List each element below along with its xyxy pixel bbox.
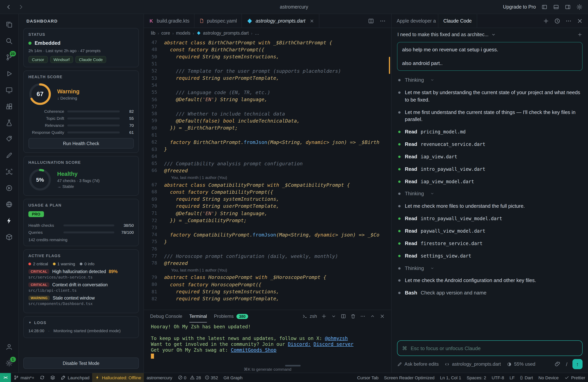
read-item[interactable]: Readrevenuecat_service.dart	[398, 141, 581, 148]
read-item[interactable]: Readfirestore_service.dart	[398, 240, 581, 247]
more-actions-icon[interactable]	[360, 314, 366, 319]
terminal-link[interactable]: @ohmyzsh	[325, 336, 348, 341]
history-icon[interactable]	[554, 18, 560, 24]
bash-item[interactable]: BashCheck app version and name	[398, 289, 581, 297]
status-utf-8[interactable]: UTF-8	[489, 373, 507, 382]
flag-item[interactable]: CRITICALHigh hallucination detected89% s…	[28, 269, 134, 279]
slash-command-icon[interactable]: /	[566, 361, 567, 367]
shell-selector[interactable]: zsh	[302, 314, 317, 319]
split-editor-icon[interactable]	[368, 18, 374, 24]
code-editor[interactable]: 47abstract class BirthChartPrompt with _…	[144, 38, 391, 310]
terminal-link[interactable]: Discord server	[314, 341, 354, 347]
conversation[interactable]: ThinkingLet me start by understanding th…	[392, 74, 588, 339]
terminal-link[interactable]: Discord:	[288, 341, 311, 347]
run-health-check-button[interactable]: Run Health Check	[28, 138, 134, 149]
status-spaces-2[interactable]: Spaces: 2	[464, 373, 489, 382]
panel-bottom-icon[interactable]	[553, 4, 559, 10]
status-sync[interactable]	[37, 373, 47, 382]
status-git-graph[interactable]: Git Graph	[221, 373, 245, 382]
status-main-[interactable]: main*+	[11, 373, 37, 382]
send-button[interactable]: ↑	[572, 359, 583, 369]
add-thread-icon[interactable]	[578, 32, 582, 37]
thread-selector[interactable]: I need to make this fixed and as archite…	[392, 28, 588, 41]
tab-apple-developer[interactable]: Apple developer a	[392, 14, 438, 28]
terminal-output[interactable]: Hooray! Oh My Zsh has been updated! To k…	[144, 322, 391, 373]
remote-indicator[interactable]: ><	[0, 373, 11, 382]
settings-gear-icon[interactable]	[576, 4, 583, 10]
kill-terminal-icon[interactable]	[350, 314, 356, 319]
flag-item[interactable]: WARNINGStale context window src/componen…	[28, 296, 134, 306]
activity-tag[interactable]	[0, 131, 19, 147]
editor-tab[interactable]: pubspec.yaml	[194, 14, 242, 28]
maximize-panel-icon[interactable]	[370, 314, 375, 319]
new-chat-icon[interactable]	[543, 18, 549, 24]
activity-files[interactable]	[0, 16, 19, 33]
problems-status[interactable]: 0 28 352	[175, 373, 221, 382]
panel-left-icon[interactable]	[541, 4, 547, 10]
thinking-item[interactable]: Thinking	[398, 77, 581, 84]
breadcrumb[interactable]: lib›core›models›astrology_prompts.dart›…	[144, 28, 391, 38]
disable-test-mode-button[interactable]: Disable Test Mode	[23, 358, 139, 369]
activity-pencil[interactable]	[0, 147, 19, 163]
more-actions-icon[interactable]	[379, 18, 386, 24]
claude-input[interactable]: ⌘ Esc to focus or unfocus Claude	[397, 340, 583, 356]
more-actions-icon[interactable]	[566, 18, 572, 24]
codelens[interactable]: You, last month | 1 author (You)	[144, 174, 391, 181]
activity-gear[interactable]: 1	[0, 355, 19, 371]
status-cursor-tab[interactable]: Cursor Tab	[355, 373, 381, 382]
activity-play-circle[interactable]	[0, 180, 19, 196]
ask-before-edits-toggle[interactable]: Ask before edits	[397, 361, 439, 367]
breadcrumb-item[interactable]: astrology_prompts.dart	[196, 31, 249, 35]
status-dart[interactable]: {}Dart	[517, 373, 536, 382]
close-panel-icon[interactable]	[379, 314, 385, 319]
panel-tab-debug-console[interactable]: Debug Console	[150, 310, 182, 322]
context-file[interactable]: astrology_prompts.dart	[444, 361, 501, 367]
back-icon[interactable]	[5, 4, 12, 10]
thinking-item[interactable]: Thinking	[398, 191, 581, 198]
activity-extensions[interactable]	[0, 98, 19, 114]
editor-tab[interactable]: astrology_prompts.dart	[242, 14, 319, 28]
status-launchpad[interactable]: Launchpad	[58, 373, 92, 382]
panel-tab-problems[interactable]: Problems380	[214, 310, 248, 322]
tab-claude-code[interactable]: Claude Code	[438, 14, 477, 28]
activity-beaker[interactable]	[0, 114, 19, 131]
breadcrumb-item[interactable]: core	[161, 31, 170, 35]
codelens[interactable]: You, last month | 1 author (You)	[144, 267, 391, 274]
status-prettier[interactable]: Prettier	[561, 373, 588, 382]
thinking-item[interactable]: Thinking	[398, 265, 581, 272]
paperclip-icon[interactable]	[555, 361, 561, 367]
read-item[interactable]: Readsettings_view.dart	[398, 252, 581, 260]
activity-debug[interactable]	[0, 65, 19, 82]
read-item[interactable]: Readpricing_model.md	[398, 128, 581, 136]
chevron-down-icon[interactable]	[331, 314, 336, 319]
status-lf[interactable]: LF	[507, 373, 517, 382]
close-tab-icon[interactable]	[310, 19, 314, 23]
read-item[interactable]: Readintro_paywall_view.dart	[398, 166, 581, 173]
read-item[interactable]: Readintro_paywall_view_model.dart	[398, 215, 581, 223]
editor-tab[interactable]: Kbuild.gradle.kts	[144, 14, 194, 28]
panel-tab-terminal[interactable]: Terminal	[189, 310, 207, 322]
breadcrumb-item[interactable]: …	[255, 31, 259, 35]
activity-account[interactable]	[0, 339, 19, 355]
new-terminal-icon[interactable]	[321, 314, 327, 319]
activity-source-control[interactable]: 23	[0, 49, 19, 65]
activity-scan-person[interactable]	[0, 163, 19, 180]
status-hallucinated-offline[interactable]: Hallucinated: Offline	[92, 373, 144, 382]
status-astromercury[interactable]: astromercury	[144, 373, 175, 382]
flag-item[interactable]: CRITICALContext drift in conversation sr…	[28, 282, 134, 293]
forward-icon[interactable]	[18, 4, 24, 10]
horizontal-scrollbar[interactable]	[285, 365, 300, 366]
read-item[interactable]: Readpaywall_view_model.dart	[398, 228, 581, 235]
terminal-link[interactable]: CommitGoods Shop	[231, 347, 276, 353]
split-terminal-icon[interactable]	[341, 314, 346, 319]
activity-globe[interactable]	[0, 196, 19, 212]
breadcrumb-item[interactable]: models	[176, 31, 190, 35]
activity-zap[interactable]	[0, 212, 19, 229]
activity-package[interactable]	[0, 229, 19, 245]
status-layers[interactable]	[47, 373, 58, 382]
breadcrumb-item[interactable]: lib	[151, 31, 155, 35]
status-ln-1-col-1[interactable]: Ln 1, Col 1	[437, 373, 464, 382]
status-screen-reader-optimized[interactable]: Screen Reader Optimized	[381, 373, 437, 382]
panel-right-icon[interactable]	[565, 4, 571, 10]
activity-remote-explorer[interactable]	[0, 82, 19, 98]
